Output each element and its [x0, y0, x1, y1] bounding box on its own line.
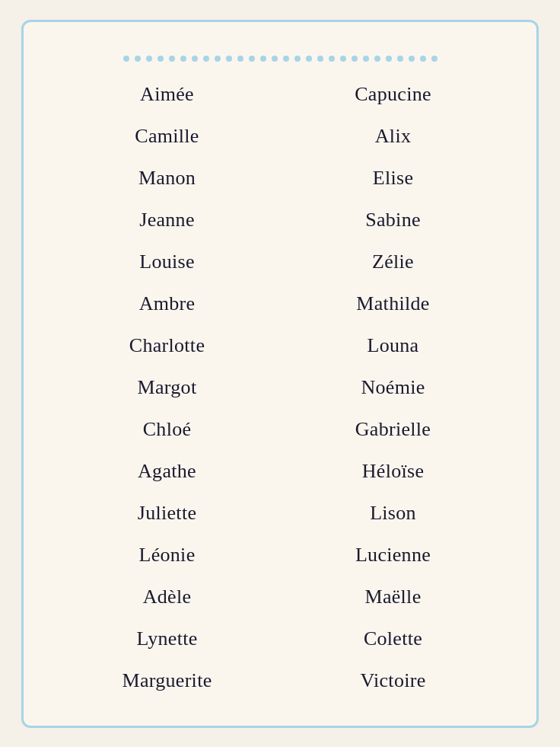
- name-left-7: Margot: [54, 373, 280, 409]
- dot-22: [363, 56, 369, 62]
- name-right-2: Elise: [280, 164, 506, 200]
- dot-15: [283, 56, 289, 62]
- name-right-5: Mathilde: [280, 289, 506, 325]
- name-left-6: Charlotte: [54, 331, 280, 367]
- name-right-14: Victoire: [280, 666, 506, 702]
- dot-9: [215, 56, 221, 62]
- name-right-9: Héloïse: [280, 457, 506, 493]
- name-right-12: Maëlle: [280, 583, 506, 618]
- name-left-0: Aimée: [54, 80, 280, 116]
- dot-1: [123, 56, 129, 62]
- dot-6: [180, 56, 186, 62]
- dot-5: [169, 56, 175, 62]
- names-grid: AiméeCapucineCamilleAlixManonEliseJeanne…: [54, 80, 506, 703]
- dot-13: [260, 56, 266, 62]
- dot-28: [431, 56, 438, 62]
- name-left-9: Agathe: [54, 457, 280, 493]
- name-right-7: Noémie: [280, 373, 506, 409]
- name-right-13: Colette: [280, 624, 506, 660]
- name-left-11: Léonie: [54, 541, 280, 576]
- dot-24: [386, 56, 392, 62]
- card: AiméeCapucineCamilleAlixManonEliseJeanne…: [21, 20, 539, 728]
- name-left-2: Manon: [54, 164, 280, 200]
- name-left-13: Lynette: [54, 624, 280, 660]
- dot-25: [397, 56, 403, 62]
- dot-14: [272, 56, 278, 62]
- name-right-11: Lucienne: [280, 541, 506, 576]
- dot-23: [374, 56, 380, 62]
- dot-18: [317, 56, 323, 62]
- name-left-5: Ambre: [54, 289, 280, 325]
- decorative-dots: [123, 56, 438, 62]
- dot-17: [306, 56, 312, 62]
- dot-12: [249, 56, 255, 62]
- dot-2: [135, 56, 141, 62]
- name-left-12: Adèle: [54, 583, 280, 618]
- name-left-8: Chloé: [54, 415, 280, 451]
- name-right-0: Capucine: [280, 80, 506, 116]
- name-left-1: Camille: [54, 122, 280, 158]
- dot-3: [146, 56, 152, 62]
- name-right-1: Alix: [280, 122, 506, 158]
- name-left-14: Marguerite: [54, 666, 280, 702]
- dot-21: [352, 56, 358, 62]
- name-right-6: Louna: [280, 331, 506, 367]
- dot-26: [409, 56, 415, 62]
- name-left-10: Juliette: [54, 499, 280, 535]
- dot-7: [192, 56, 198, 62]
- name-right-10: Lison: [280, 499, 506, 535]
- dot-4: [158, 56, 164, 62]
- dot-8: [203, 56, 209, 62]
- name-left-4: Louise: [54, 247, 280, 283]
- name-right-8: Gabrielle: [280, 415, 506, 451]
- name-right-4: Zélie: [280, 247, 506, 283]
- dot-19: [329, 56, 335, 62]
- name-right-3: Sabine: [280, 206, 506, 241]
- dot-10: [226, 56, 232, 62]
- name-left-3: Jeanne: [54, 206, 280, 241]
- dot-11: [237, 56, 243, 62]
- dot-16: [294, 56, 301, 62]
- dot-27: [420, 56, 426, 62]
- dot-20: [340, 56, 346, 62]
